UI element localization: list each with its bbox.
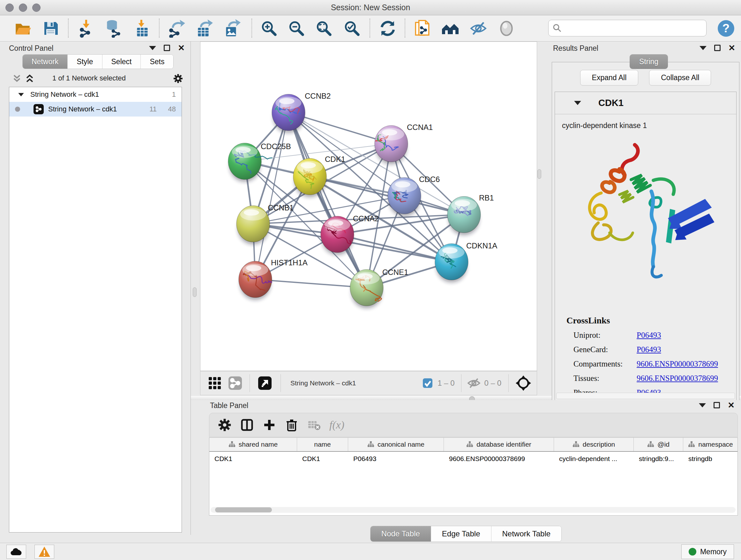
table-cell[interactable]: CDK1	[297, 452, 348, 466]
panel-menu-icon[interactable]	[699, 46, 706, 50]
help-button[interactable]: ?	[716, 18, 736, 38]
import-network-database-button[interactable]	[104, 18, 123, 38]
column-header-description[interactable]: description	[554, 438, 634, 451]
results-panel-title: Results Panel	[553, 44, 598, 53]
zoom-in-button[interactable]	[259, 18, 279, 38]
node-CDK1[interactable]	[293, 159, 327, 197]
node-CCNE1[interactable]	[350, 269, 383, 308]
float-panel-icon[interactable]	[164, 45, 170, 51]
tab-network[interactable]: Network	[23, 55, 68, 69]
scrollbar-thumb[interactable]	[215, 507, 272, 512]
tab-node-table[interactable]: Node Table	[370, 526, 431, 542]
float-panel-icon[interactable]	[714, 402, 720, 408]
node-CCNA1[interactable]	[375, 125, 408, 165]
results-horizontal-scrollbar[interactable]	[556, 393, 735, 399]
network-row-label: String Network – cdk1	[48, 105, 117, 113]
node-CCNB2[interactable]	[272, 94, 305, 133]
network-row-selected[interactable]: String Network – cdk1 11 48	[9, 102, 182, 117]
table-row[interactable]: CDK1CDK1P064939606.ENSP00000378699cyclin…	[209, 452, 738, 466]
birdseye-toggle-button[interactable]	[258, 376, 272, 390]
crosslink-link[interactable]: 9606.ENSP00000378699	[636, 374, 718, 383]
selected-checkbox[interactable]	[422, 378, 433, 388]
refresh-view-button[interactable]	[378, 18, 398, 38]
save-session-button[interactable]	[41, 18, 61, 38]
tab-sets[interactable]: Sets	[141, 55, 173, 69]
warnings-button[interactable]	[35, 545, 54, 559]
protein-card-header[interactable]: CDK1	[555, 92, 736, 114]
close-panel-icon[interactable]: ✕	[178, 45, 185, 51]
network-options-gear-icon[interactable]	[173, 73, 183, 84]
table-cell[interactable]: CDK1	[209, 452, 297, 466]
export-image-button[interactable]	[221, 18, 241, 38]
column-header-name[interactable]: name	[297, 438, 348, 451]
node-CDC6[interactable]	[388, 178, 421, 216]
column-header-database-identifier[interactable]: database identifier	[444, 438, 554, 451]
close-panel-icon[interactable]: ✕	[728, 45, 735, 51]
export-table-button[interactable]	[194, 18, 214, 38]
delete-column-icon[interactable]	[285, 418, 299, 432]
cloud-status-button[interactable]	[6, 545, 26, 559]
expand-all-button[interactable]: Expand All	[580, 70, 638, 85]
search-field[interactable]	[548, 20, 706, 37]
network-node-count: 11	[149, 105, 157, 113]
node-CCNB1[interactable]	[237, 206, 270, 245]
float-panel-icon[interactable]	[714, 45, 721, 51]
first-neighbors-button[interactable]	[441, 18, 460, 38]
node-label-CCNB2: CCNB2	[305, 91, 331, 100]
zoom-selected-button[interactable]	[342, 18, 362, 38]
network-selection-status: 1 of 1 Network selected	[0, 74, 178, 82]
search-input[interactable]	[562, 24, 699, 32]
column-header-canonical-name[interactable]: canonical name	[348, 438, 444, 451]
column-header-namespace[interactable]: namespace	[683, 438, 738, 451]
table-cell[interactable]: P06493	[348, 452, 444, 466]
tab-edge-table[interactable]: Edge Table	[431, 526, 491, 542]
string-network-graph[interactable]: CDK1CCNB1CCNB2CCNA1CCNA2CCNE1CDC25BCDC6C…	[200, 42, 537, 371]
memory-button[interactable]: Memory	[681, 544, 734, 559]
tab-style[interactable]: Style	[68, 55, 102, 69]
node-table[interactable]: shared namenamecanonical namedatabase id…	[209, 437, 738, 516]
collection-expander-icon[interactable]	[18, 93, 24, 96]
hide-selected-button[interactable]	[468, 18, 488, 38]
duplicate-network-button[interactable]	[412, 18, 432, 38]
import-table-button[interactable]	[132, 18, 152, 38]
panel-menu-icon[interactable]	[149, 46, 156, 50]
edge-CCNB2-HIST1H1A[interactable]	[255, 112, 288, 279]
table-cell[interactable]: cyclin-dependent ...	[554, 452, 634, 466]
table-cell[interactable]: stringdb:9...	[634, 452, 683, 466]
network-collection-row[interactable]: String Network – cdk1 1	[9, 87, 182, 102]
hidden-items-button[interactable]	[467, 377, 481, 389]
panel-menu-icon[interactable]	[699, 403, 706, 408]
crosslink-link[interactable]: P06493	[636, 345, 661, 354]
tab-network-table[interactable]: Network Table	[491, 526, 562, 542]
node-CDKN1A[interactable]	[435, 244, 468, 283]
collapse-all-button[interactable]: Collapse All	[649, 70, 711, 85]
zoom-out-button[interactable]	[286, 18, 307, 38]
open-session-button[interactable]	[13, 18, 32, 38]
node-RB1[interactable]	[448, 196, 481, 235]
tab-select[interactable]: Select	[103, 55, 141, 69]
right-splitter-handle[interactable]	[537, 169, 541, 179]
table-options-gear-icon[interactable]	[218, 418, 232, 432]
table-cell[interactable]: 9606.ENSP00000378699	[444, 452, 554, 466]
show-columns-icon[interactable]	[240, 418, 254, 432]
crosslink-link[interactable]: P06493	[636, 331, 661, 340]
crosslink-link[interactable]: 9606.ENSP00000378699	[636, 360, 718, 368]
tab-string[interactable]: String	[630, 54, 668, 69]
node-HIST1H1A[interactable]	[239, 261, 272, 300]
import-network-file-button[interactable]	[77, 18, 96, 38]
close-panel-icon[interactable]: ✕	[728, 402, 735, 408]
grid-view-button[interactable]	[207, 376, 222, 390]
fit-content-button[interactable]	[515, 375, 532, 391]
zoom-fit-button[interactable]	[314, 18, 334, 38]
column-header-shared-name[interactable]: shared name	[209, 438, 297, 451]
node-CCNA2[interactable]	[321, 216, 354, 255]
network-canvas[interactable]: CDK1CCNB1CCNB2CCNA1CCNA2CCNE1CDC25BCDC6C…	[200, 42, 537, 371]
table-horizontal-scrollbar[interactable]	[211, 507, 736, 513]
column-header--id[interactable]: @id	[634, 438, 683, 451]
show-graphics-details-button[interactable]	[496, 18, 516, 38]
export-network-button[interactable]	[166, 18, 186, 38]
add-column-icon[interactable]	[262, 418, 276, 432]
left-splitter-handle[interactable]	[193, 287, 197, 297]
table-cell[interactable]: stringdb	[683, 452, 738, 466]
network-overview-button[interactable]	[228, 376, 243, 390]
